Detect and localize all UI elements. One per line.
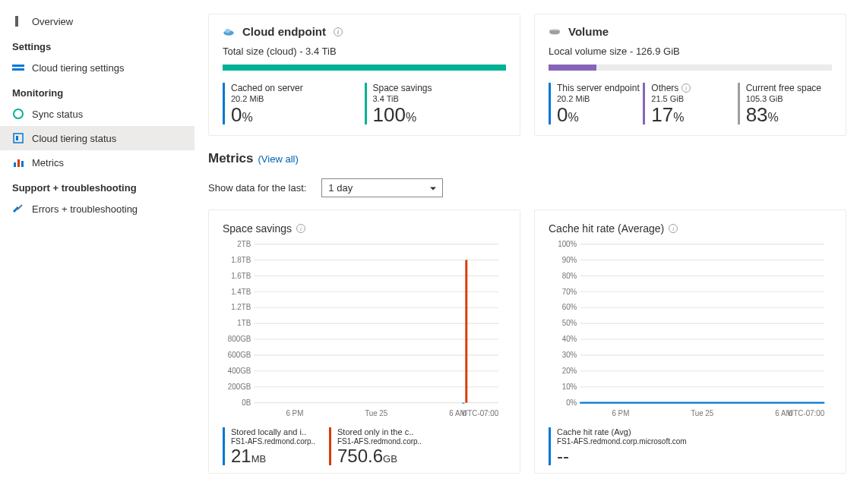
volume-usage-bar <box>549 65 832 71</box>
stat-gray: Current free space105.3 GiB83% <box>738 83 832 124</box>
svg-text:6 PM: 6 PM <box>612 409 629 418</box>
svg-text:70%: 70% <box>562 287 577 296</box>
stat-orange: Stored only in the c..FS1-AFS.redmond.co… <box>329 427 435 465</box>
stat-blue: Cached on server20.2 MiB0% <box>223 83 365 124</box>
main-content: Cloud endpoint i Total size (cloud) - 3.… <box>194 0 857 504</box>
nav-label: Metrics <box>32 157 64 169</box>
svg-text:100%: 100% <box>558 239 577 248</box>
svg-point-10 <box>225 29 230 33</box>
svg-rect-38 <box>462 403 464 404</box>
info-icon[interactable]: i <box>296 224 305 233</box>
svg-text:0B: 0B <box>242 398 251 407</box>
metrics-heading: Metrics (View all) <box>208 151 846 166</box>
svg-text:Tue 25: Tue 25 <box>691 409 713 418</box>
volume-card: Volume Local volume size - 126.9 GiB Thi… <box>534 14 846 136</box>
card-title-text: Cloud endpoint <box>242 25 326 38</box>
svg-rect-8 <box>21 161 24 167</box>
svg-text:40%: 40% <box>562 335 577 344</box>
svg-text:600GB: 600GB <box>228 351 251 360</box>
cloud-usage-bar <box>223 65 506 71</box>
nav-group-support: Support + troubleshooting <box>0 175 194 197</box>
svg-rect-2 <box>12 68 24 71</box>
stat-blue: This server endpoint20.2 MiB0% <box>549 83 643 124</box>
svg-text:400GB: 400GB <box>228 367 251 376</box>
cloud-icon <box>223 26 235 38</box>
wrench-icon <box>12 203 24 215</box>
svg-text:60%: 60% <box>562 303 577 312</box>
cloud-endpoint-card: Cloud endpoint i Total size (cloud) - 3.… <box>208 14 520 136</box>
svg-text:1TB: 1TB <box>237 319 251 328</box>
svg-text:0%: 0% <box>566 398 577 407</box>
nav-label: Sync status <box>32 109 83 120</box>
svg-rect-7 <box>17 159 20 167</box>
svg-text:1.8TB: 1.8TB <box>231 255 251 264</box>
sync-icon <box>12 108 24 120</box>
cache-hit-rate-chart-card: Cache hit rate (Average) i 0%10%20%30%40… <box>534 209 846 474</box>
nav-cloud-tiering-status[interactable]: Cloud tiering status <box>0 126 194 150</box>
space-savings-chart[interactable]: 0B200GB400GB600GB800GB1TB1.2TB1.4TB1.6TB… <box>223 239 506 423</box>
svg-text:80%: 80% <box>562 271 577 280</box>
sidebar: Overview Settings Cloud tiering settings… <box>0 0 194 504</box>
disk-icon <box>549 26 561 38</box>
cache-hit-rate-chart[interactable]: 0%10%20%30%40%50%60%70%80%90%100%6 PMTue… <box>549 239 832 423</box>
svg-text:20%: 20% <box>562 367 577 376</box>
nav-overview[interactable]: Overview <box>0 9 194 33</box>
nav-label: Cloud tiering status <box>32 133 116 144</box>
svg-rect-5 <box>16 136 18 140</box>
svg-text:90%: 90% <box>562 255 577 264</box>
nav-group-monitoring: Monitoring <box>0 80 194 102</box>
nav-label: Overview <box>32 16 73 27</box>
server-icon <box>12 15 24 27</box>
status-icon <box>12 132 24 144</box>
stat-purple: Othersi21.5 GiB17% <box>643 83 737 124</box>
stat-blue: Stored locally and i..FS1-AFS.redmond.co… <box>223 427 329 465</box>
nav-sync-status[interactable]: Sync status <box>0 102 194 126</box>
svg-rect-0 <box>15 16 18 27</box>
cloud-total-size: Total size (cloud) - 3.4 TiB <box>223 46 506 57</box>
nav-errors-troubleshooting[interactable]: Errors + troubleshooting <box>0 197 194 221</box>
svg-point-3 <box>14 109 23 118</box>
card-title-text: Volume <box>568 25 609 38</box>
volume-size: Local volume size - 126.9 GiB <box>549 46 832 57</box>
svg-text:UTC-07:00: UTC-07:00 <box>462 409 498 418</box>
info-icon[interactable]: i <box>334 27 343 36</box>
svg-rect-1 <box>12 65 24 67</box>
svg-text:UTC-07:00: UTC-07:00 <box>788 409 824 418</box>
svg-text:50%: 50% <box>562 319 577 328</box>
info-icon[interactable]: i <box>669 224 678 233</box>
info-icon[interactable]: i <box>681 83 691 93</box>
nav-group-settings: Settings <box>0 33 194 55</box>
svg-text:2TB: 2TB <box>237 239 251 248</box>
filter-label: Show data for the last: <box>208 182 306 194</box>
chart1-title: Space savings <box>223 222 292 235</box>
metrics-icon <box>12 156 24 169</box>
svg-text:30%: 30% <box>562 351 577 360</box>
svg-text:1.6TB: 1.6TB <box>231 271 251 280</box>
svg-rect-39 <box>465 260 467 403</box>
svg-text:200GB: 200GB <box>228 383 251 392</box>
svg-rect-6 <box>14 162 16 167</box>
space-savings-chart-card: Space savings i 0B200GB400GB600GB800GB1T… <box>208 209 520 474</box>
nav-cloud-tiering-settings[interactable]: Cloud tiering settings <box>0 55 194 80</box>
svg-text:1.2TB: 1.2TB <box>231 303 251 312</box>
nav-metrics[interactable]: Metrics <box>0 150 194 175</box>
svg-text:800GB: 800GB <box>228 335 251 344</box>
svg-text:10%: 10% <box>562 383 577 392</box>
nav-label: Cloud tiering settings <box>32 62 124 74</box>
metrics-heading-text: Metrics <box>208 151 254 166</box>
chart2-title: Cache hit rate (Average) <box>549 222 664 235</box>
stat-blue: Cache hit rate (Avg)FS1-AFS.redmond.corp… <box>549 427 687 465</box>
metrics-view-all-link[interactable]: (View all) <box>258 153 299 165</box>
svg-text:Tue 25: Tue 25 <box>365 409 387 418</box>
time-range-select[interactable]: 1 day <box>321 178 443 197</box>
svg-text:1.4TB: 1.4TB <box>231 287 251 296</box>
stat-teal: Space savings3.4 TiB100% <box>365 83 507 124</box>
tiering-icon <box>12 61 24 74</box>
svg-text:6 PM: 6 PM <box>286 409 303 418</box>
time-range-value: 1 day <box>328 182 353 194</box>
nav-label: Errors + troubleshooting <box>32 203 138 215</box>
